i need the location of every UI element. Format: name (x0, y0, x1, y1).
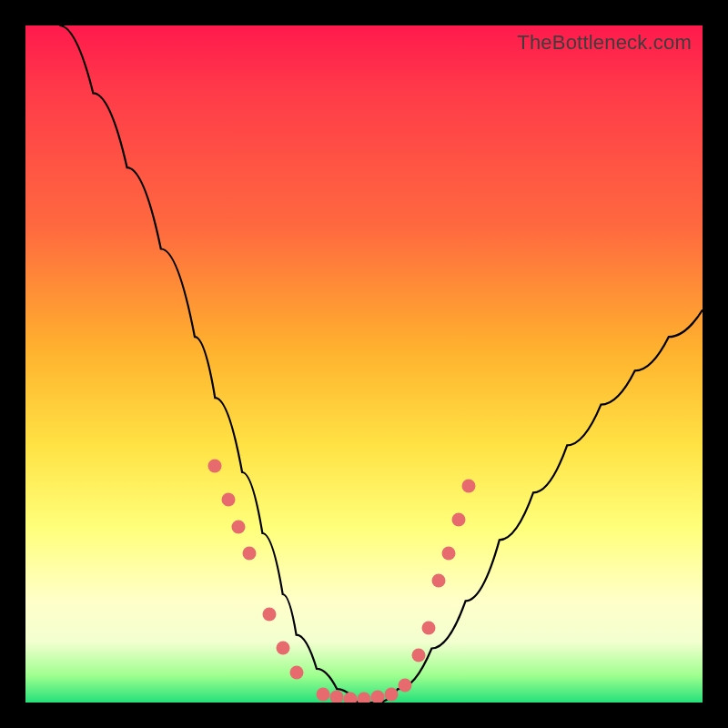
data-point (442, 547, 456, 561)
chart-outer-frame: TheBottleneck.com (0, 0, 728, 728)
data-point (411, 648, 425, 662)
data-point (398, 679, 411, 693)
data-point (232, 520, 246, 533)
chart-plot-area: TheBottleneck.com (25, 25, 703, 703)
data-point (289, 665, 303, 679)
data-point (384, 688, 398, 702)
data-point (421, 622, 435, 635)
data-point (330, 691, 344, 703)
data-point (344, 692, 358, 703)
data-point (370, 691, 384, 703)
data-point (208, 459, 222, 472)
data-point (431, 574, 445, 588)
data-point (358, 692, 371, 703)
data-point (452, 513, 466, 527)
watermark-text: TheBottleneck.com (517, 31, 692, 55)
data-point (276, 642, 289, 655)
data-point (462, 479, 476, 492)
data-point (262, 608, 276, 622)
data-point (222, 492, 236, 506)
curve-data-points (25, 25, 703, 703)
data-point (317, 688, 330, 702)
data-point (242, 547, 256, 561)
